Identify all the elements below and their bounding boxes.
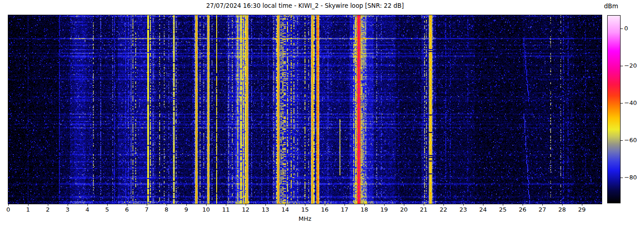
x-tick-mark bbox=[226, 204, 226, 206]
x-tick-mark bbox=[463, 204, 464, 206]
x-tick-mark bbox=[8, 204, 9, 206]
x-tick-mark bbox=[542, 204, 543, 206]
x-tick-label: 3 bbox=[60, 206, 75, 213]
x-tick-mark bbox=[285, 204, 286, 206]
x-tick-label: 22 bbox=[436, 206, 451, 213]
colorbar-tick-label: −40 bbox=[624, 99, 637, 107]
x-tick-label: 27 bbox=[535, 206, 550, 213]
x-tick-label: 2 bbox=[40, 206, 56, 213]
x-tick-label: 19 bbox=[376, 206, 392, 213]
x-tick-mark bbox=[127, 204, 127, 206]
x-tick-mark bbox=[325, 204, 325, 206]
x-tick-mark bbox=[483, 204, 483, 206]
x-tick-label: 14 bbox=[277, 206, 293, 213]
x-tick-label: 16 bbox=[317, 206, 333, 213]
x-tick-mark bbox=[384, 204, 385, 206]
x-tick-label: 10 bbox=[198, 206, 214, 213]
x-tick-label: 21 bbox=[416, 206, 431, 213]
colorbar-tick-mark bbox=[621, 140, 623, 141]
x-tick-mark bbox=[424, 204, 424, 206]
x-tick-mark bbox=[443, 204, 444, 206]
x-tick-label: 7 bbox=[139, 206, 155, 213]
colorbar bbox=[607, 15, 621, 203]
colorbar-tick-label: −60 bbox=[624, 137, 637, 144]
x-tick-mark bbox=[147, 204, 147, 206]
x-tick-label: 25 bbox=[495, 206, 511, 213]
x-tick-mark bbox=[246, 204, 246, 206]
x-tick-mark bbox=[562, 204, 563, 206]
x-tick-label: 20 bbox=[396, 206, 412, 213]
x-tick-mark bbox=[87, 204, 88, 206]
x-tick-label: 0 bbox=[0, 206, 16, 213]
x-tick-label: 18 bbox=[356, 206, 372, 213]
x-tick-mark bbox=[48, 204, 48, 206]
x-tick-mark bbox=[68, 204, 68, 206]
colorbar-tick-mark bbox=[621, 66, 623, 66]
colorbar-tick-mark bbox=[621, 103, 623, 104]
x-tick-label: 15 bbox=[297, 206, 313, 213]
x-tick-label: 8 bbox=[159, 206, 174, 213]
colorbar-tick-label: −20 bbox=[624, 62, 637, 69]
x-tick-mark bbox=[404, 204, 404, 206]
x-tick-mark bbox=[582, 204, 582, 206]
x-tick-mark bbox=[305, 204, 305, 206]
x-tick-mark bbox=[364, 204, 365, 206]
x-tick-label: 12 bbox=[238, 206, 253, 213]
colorbar-tick-mark bbox=[621, 29, 623, 29]
x-axis-label: MHz bbox=[8, 215, 602, 222]
x-tick-mark bbox=[107, 204, 108, 206]
x-tick-mark bbox=[186, 204, 187, 206]
colorbar-unit-label: dBm bbox=[604, 2, 618, 10]
x-tick-label: 17 bbox=[337, 206, 352, 213]
x-tick-mark bbox=[345, 204, 345, 206]
x-tick-label: 9 bbox=[178, 206, 194, 213]
colorbar-tick-mark bbox=[621, 178, 623, 178]
x-tick-label: 1 bbox=[20, 206, 36, 213]
x-tick-mark bbox=[167, 204, 167, 206]
x-tick-label: 29 bbox=[574, 206, 590, 213]
colorbar-tick-label: −80 bbox=[624, 174, 637, 181]
x-tick-mark bbox=[206, 204, 207, 206]
x-tick-label: 6 bbox=[119, 206, 135, 213]
spectrogram-canvas bbox=[8, 15, 602, 204]
plot-area bbox=[8, 15, 602, 204]
colorbar-tick-label: 0 bbox=[624, 25, 628, 32]
spectrogram-figure: 27/07/2024 16:30 local time - KIWI_2 - S… bbox=[0, 0, 644, 230]
x-tick-mark bbox=[28, 204, 29, 206]
x-tick-label: 5 bbox=[99, 206, 115, 213]
x-tick-mark bbox=[503, 204, 503, 206]
colorbar-gradient bbox=[608, 16, 620, 203]
x-tick-label: 13 bbox=[258, 206, 273, 213]
x-tick-label: 23 bbox=[455, 206, 471, 213]
x-tick-label: 26 bbox=[515, 206, 530, 213]
x-tick-label: 11 bbox=[218, 206, 234, 213]
x-tick-label: 24 bbox=[475, 206, 491, 213]
x-tick-mark bbox=[265, 204, 266, 206]
chart-title: 27/07/2024 16:30 local time - KIWI_2 - S… bbox=[8, 2, 602, 9]
x-tick-mark bbox=[523, 204, 523, 206]
x-tick-label: 28 bbox=[554, 206, 570, 213]
x-tick-label: 4 bbox=[80, 206, 95, 213]
